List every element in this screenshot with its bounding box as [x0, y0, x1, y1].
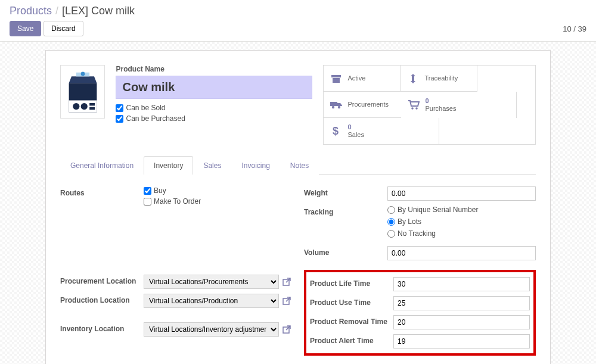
discard-button[interactable]: Discard [44, 21, 83, 36]
product-name-input[interactable] [116, 76, 312, 99]
weight-input[interactable] [387, 186, 536, 201]
external-link-icon[interactable] [281, 295, 292, 306]
use-time-label: Product Use Time [310, 296, 393, 307]
stat-active[interactable]: Active [324, 66, 401, 92]
alert-time-input[interactable] [393, 334, 530, 349]
external-link-icon[interactable] [281, 276, 292, 287]
tabs: General Information Inventory Sales Invo… [60, 155, 536, 175]
route-buy-checkbox[interactable]: Buy [144, 186, 292, 195]
product-name-label: Product Name [116, 65, 312, 73]
stat-sales[interactable]: $ 0Sales [324, 118, 439, 144]
archive-icon [330, 73, 343, 84]
production-location-label: Production Location [60, 294, 144, 304]
removal-time-input[interactable] [393, 315, 530, 329]
route-mto-checkbox[interactable]: Make To Order [144, 197, 292, 206]
external-link-icon[interactable] [281, 324, 292, 335]
tab-notes[interactable]: Notes [280, 156, 319, 175]
weight-label: Weight [304, 186, 387, 197]
svg-point-12 [332, 105, 334, 108]
life-time-input[interactable] [393, 277, 530, 291]
inventory-location-label: Inventory Location [60, 322, 144, 333]
svg-rect-11 [330, 102, 337, 106]
svg-rect-7 [89, 103, 95, 105]
stat-buttons: Active Traceability Procurements 0Purcha… [323, 65, 536, 145]
production-location-select[interactable]: Virtual Locations/Production [144, 294, 279, 308]
life-time-label: Product Life Time [310, 277, 393, 288]
tab-general[interactable]: General Information [60, 156, 144, 175]
use-time-input[interactable] [393, 296, 530, 310]
svg-text:$: $ [333, 126, 339, 136]
svg-rect-9 [331, 75, 341, 77]
truck-icon [330, 101, 343, 109]
tab-invoicing[interactable]: Invoicing [231, 156, 280, 175]
breadcrumb: Products / [LEX] Cow milk [10, 5, 586, 17]
can-be-sold-label: Can be Sold [126, 104, 165, 112]
procurement-location-select[interactable]: Virtual Locations/Procurements [144, 275, 279, 289]
pager[interactable]: 10 / 39 [563, 24, 586, 33]
stat-purchases[interactable]: 0Purchases [401, 92, 517, 118]
inventory-location-select[interactable]: Virtual Locations/Inventory adjustment [144, 322, 279, 337]
tracking-label: Tracking [304, 206, 387, 216]
svg-marker-0 [69, 76, 97, 83]
product-image[interactable] [60, 65, 105, 119]
stat-traceability[interactable]: Traceability [401, 66, 477, 92]
removal-time-label: Product Removal Time [310, 315, 393, 326]
svg-point-6 [80, 103, 87, 110]
tracking-lots-radio[interactable]: By Lots [387, 217, 536, 226]
arrows-v-icon [406, 73, 420, 84]
save-button[interactable]: Save [10, 21, 41, 36]
svg-point-13 [338, 105, 340, 108]
volume-input[interactable] [387, 246, 536, 260]
tab-sales[interactable]: Sales [193, 156, 231, 175]
can-be-sold-checkbox[interactable]: Can be Sold [116, 104, 312, 112]
routes-label: Routes [60, 186, 144, 197]
alert-time-label: Product Alert Time [310, 334, 393, 345]
procurement-location-label: Procurement Location [60, 275, 144, 285]
highlight-box: Product Life Time Product Use Time Produ… [304, 270, 536, 356]
form-sheet: Product Name Can be Sold Can be Purchase… [45, 50, 551, 364]
dollar-icon: $ [330, 126, 343, 136]
can-be-purchased-label: Can be Purchased [126, 114, 185, 123]
tracking-none-radio[interactable]: No Tracking [387, 229, 536, 238]
svg-point-5 [73, 103, 79, 110]
svg-point-14 [412, 107, 414, 110]
volume-label: Volume [304, 246, 387, 257]
can-be-purchased-checkbox[interactable]: Can be Purchased [116, 114, 312, 123]
tracking-serial-radio[interactable]: By Unique Serial Number [387, 206, 536, 214]
svg-point-15 [416, 107, 418, 110]
svg-point-2 [80, 72, 85, 76]
breadcrumb-sep: / [55, 5, 58, 17]
stat-procurements[interactable]: Procurements [324, 92, 401, 118]
svg-rect-8 [89, 107, 95, 110]
breadcrumb-current: [LEX] Cow milk [62, 5, 135, 17]
svg-rect-10 [333, 78, 340, 83]
tab-inventory[interactable]: Inventory [144, 156, 193, 175]
breadcrumb-root[interactable]: Products [10, 5, 52, 17]
cart-icon [407, 99, 420, 110]
milk-carton-icon [66, 69, 100, 115]
